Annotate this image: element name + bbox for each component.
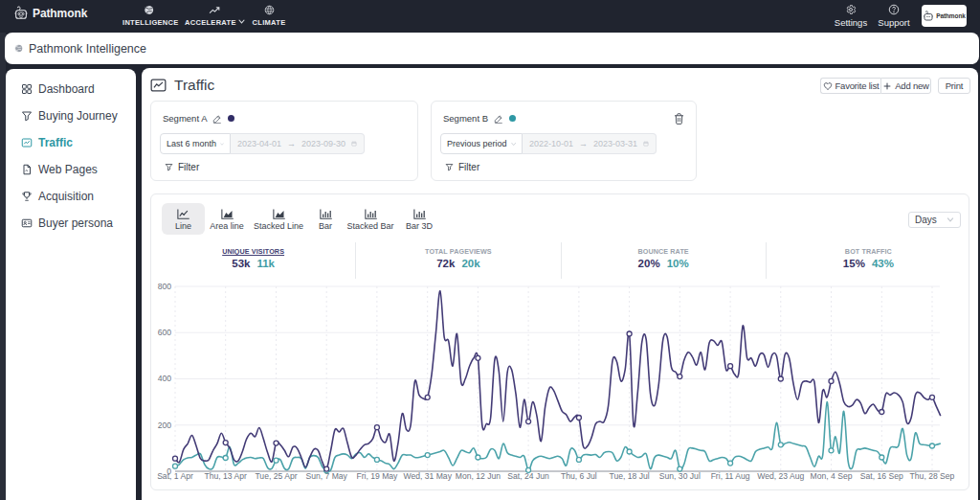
svg-text:Wed, 23 Aug: Wed, 23 Aug bbox=[757, 471, 804, 481]
svg-text:800: 800 bbox=[158, 282, 172, 291]
svg-text:Wed, 31 May: Wed, 31 May bbox=[403, 471, 452, 481]
svg-text:Fri, 11 Aug: Fri, 11 Aug bbox=[711, 471, 750, 481]
svg-text:600: 600 bbox=[158, 328, 172, 337]
svg-text:Thu, 28 Sep: Thu, 28 Sep bbox=[910, 471, 955, 481]
svg-text:Sun, 30 Jul: Sun, 30 Jul bbox=[659, 471, 701, 481]
svg-text:Thu, 6 Jul: Thu, 6 Jul bbox=[561, 471, 597, 481]
svg-text:Fri, 19 May: Fri, 19 May bbox=[356, 471, 398, 481]
svg-text:Mon, 4 Sep: Mon, 4 Sep bbox=[811, 471, 853, 481]
svg-text:200: 200 bbox=[158, 420, 172, 430]
svg-text:Tue, 25 Apr: Tue, 25 Apr bbox=[255, 471, 297, 481]
svg-text:400: 400 bbox=[158, 374, 172, 383]
svg-text:Mon, 12 Jun: Mon, 12 Jun bbox=[456, 471, 501, 481]
svg-text:Sat, 1 Apr: Sat, 1 Apr bbox=[157, 471, 193, 481]
svg-text:Sat, 16 Sep: Sat, 16 Sep bbox=[860, 471, 903, 481]
svg-text:Tue, 18 Jul: Tue, 18 Jul bbox=[609, 471, 649, 481]
svg-text:Thu, 13 Apr: Thu, 13 Apr bbox=[204, 471, 247, 481]
